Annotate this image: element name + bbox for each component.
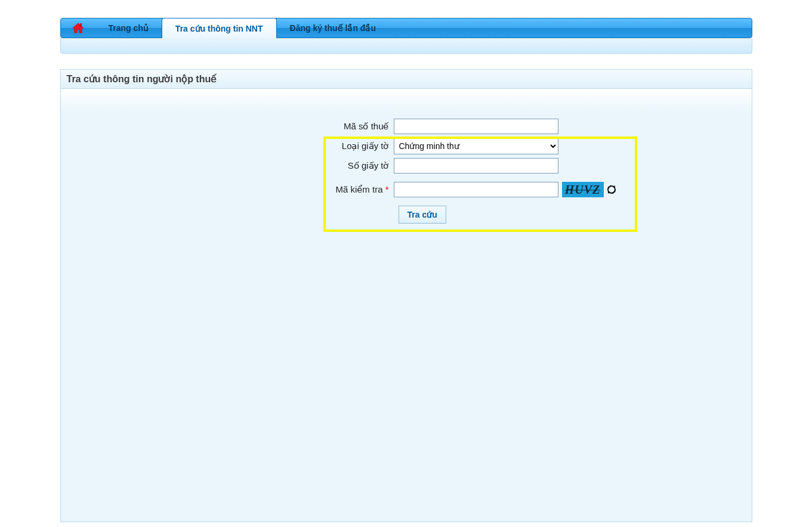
nav-home[interactable] bbox=[61, 18, 95, 38]
svg-rect-0 bbox=[80, 24, 81, 27]
row-doc-type: Loại giấy tờ Chứng minh thư bbox=[323, 138, 646, 154]
tax-code-label: Mã số thuế bbox=[323, 121, 394, 132]
row-tax-code: Mã số thuế bbox=[323, 119, 646, 134]
captcha-image: HUVZ bbox=[562, 182, 604, 197]
nav-item-label: Trang chủ bbox=[109, 23, 149, 33]
nav-item-label: Đăng ký thuế lần đầu bbox=[290, 23, 376, 33]
row-doc-number: Số giấy tờ bbox=[323, 158, 646, 173]
nav-item-label: Tra cứu thông tin NNT bbox=[175, 24, 263, 33]
nav-item-dang-ky[interactable]: Đăng ký thuế lần đầu bbox=[277, 18, 389, 38]
sub-nav-bar bbox=[60, 38, 752, 54]
home-icon bbox=[72, 22, 85, 34]
captcha-label: Mã kiểm tra * bbox=[323, 184, 394, 195]
tax-code-input[interactable] bbox=[394, 119, 558, 134]
refresh-captcha-icon[interactable] bbox=[605, 183, 618, 196]
required-mark: * bbox=[385, 184, 389, 194]
doc-type-select[interactable]: Chứng minh thư bbox=[394, 138, 558, 154]
panel-body: Mã số thuế Loại giấy tờ Chứng minh thư S… bbox=[61, 89, 752, 522]
nav-item-trang-chu[interactable]: Trang chủ bbox=[95, 18, 162, 38]
row-captcha: Mã kiểm tra * HUVZ bbox=[323, 182, 646, 197]
nav-item-tra-cuu[interactable]: Tra cứu thông tin NNT bbox=[162, 18, 277, 38]
doc-type-label: Loại giấy tờ bbox=[323, 141, 394, 151]
doc-number-input[interactable] bbox=[394, 158, 558, 173]
captcha-input[interactable] bbox=[394, 182, 558, 197]
main-nav: Trang chủ Tra cứu thông tin NNT Đăng ký … bbox=[60, 18, 752, 38]
panel-title: Tra cứu thông tin người nộp thuế bbox=[61, 70, 752, 89]
lookup-panel: Tra cứu thông tin người nộp thuế Mã số t… bbox=[60, 69, 752, 522]
search-button[interactable]: Tra cứu bbox=[399, 206, 446, 224]
row-submit: Tra cứu bbox=[323, 206, 646, 224]
doc-number-label: Số giấy tờ bbox=[323, 160, 394, 171]
